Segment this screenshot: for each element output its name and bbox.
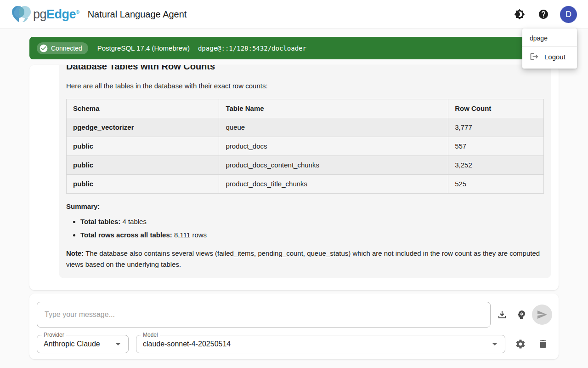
summary-item: Total tables: 4 tables — [80, 216, 544, 227]
model-select-value: claude-sonnet-4-20250514 — [143, 340, 489, 348]
logout-menu-item[interactable]: Logout — [522, 47, 577, 65]
user-menu: dpage Logout — [522, 29, 577, 69]
help-button[interactable] — [534, 5, 553, 23]
message-intro: Here are all the tables in the database … — [66, 80, 544, 92]
table-header-row: Schema Table Name Row Count — [67, 99, 544, 118]
summary-heading: Summary: — [66, 201, 544, 212]
trash-icon — [537, 339, 548, 350]
connection-string: dpage@::1/128:5432/docloader — [198, 45, 306, 52]
chevron-down-icon — [113, 339, 124, 350]
app-header: pgEdge® Natural Language Agent D — [0, 0, 588, 29]
user-avatar[interactable]: D — [560, 6, 577, 23]
gear-icon — [515, 339, 526, 350]
theme-brightness-icon — [514, 9, 525, 20]
message-heading: Database Tables with Row Counts — [66, 65, 544, 72]
server-version: PostgreSQL 17.4 (Homebrew) — [97, 44, 190, 52]
pgedge-logo: pgEdge® — [11, 4, 79, 24]
send-icon — [537, 309, 548, 320]
download-icon — [497, 309, 508, 320]
chevron-down-icon — [489, 339, 500, 350]
summary-item: Total rows across all tables: 8,111 rows — [80, 230, 544, 241]
clear-chat-button[interactable] — [534, 335, 552, 353]
model-select[interactable]: Model claude-sonnet-4-20250514 — [136, 335, 505, 353]
connected-label: Connected — [51, 45, 82, 52]
table-row: pgedge_vectorizer queue 3,777 — [67, 118, 544, 137]
table-row: public product_docs_title_chunks 525 — [67, 175, 544, 194]
logout-label: Logout — [544, 53, 565, 61]
theme-toggle-button[interactable] — [510, 5, 529, 23]
summary-list: Total tables: 4 tables Total rows across… — [66, 216, 544, 241]
table-row: public product_docs 557 — [67, 137, 544, 156]
col-header-schema: Schema — [67, 99, 219, 118]
page-title: Natural Language Agent — [88, 9, 187, 20]
help-icon — [538, 9, 549, 20]
download-chat-button[interactable] — [493, 305, 511, 324]
provider-select[interactable]: Provider Anthropic Claude — [37, 335, 129, 353]
provider-select-label: Provider — [42, 332, 66, 338]
connected-badge: Connected — [37, 42, 88, 54]
col-header-row-count: Row Count — [448, 99, 544, 118]
ai-thinking-button[interactable] — [512, 305, 531, 324]
col-header-table-name: Table Name — [219, 99, 448, 118]
check-circle-icon — [39, 44, 48, 53]
pgedge-logo-icon — [11, 4, 32, 24]
row-counts-table: Schema Table Name Row Count pgedge_vecto… — [66, 99, 544, 194]
assistant-message-bubble: Database Tables with Row Counts Here are… — [59, 65, 551, 278]
connection-status-bar: Connected PostgreSQL 17.4 (Homebrew) dpa… — [29, 37, 559, 59]
message-input[interactable] — [37, 302, 491, 328]
logout-icon — [530, 52, 539, 61]
model-select-label: Model — [141, 332, 160, 338]
composer-panel: Provider Anthropic Claude Model claude-s… — [29, 293, 559, 359]
settings-button[interactable] — [511, 335, 530, 353]
psychology-head-gear-icon — [516, 309, 527, 320]
send-button[interactable] — [532, 305, 552, 325]
chat-messages-panel: Database Tables with Row Counts Here are… — [29, 65, 559, 290]
provider-select-value: Anthropic Claude — [44, 340, 113, 348]
pgedge-logo-text: pgEdge® — [33, 7, 79, 22]
table-row: public product_docs_content_chunks 3,252 — [67, 156, 544, 175]
menu-username: dpage — [522, 32, 577, 46]
message-note: Note: The database also contains several… — [66, 248, 544, 270]
